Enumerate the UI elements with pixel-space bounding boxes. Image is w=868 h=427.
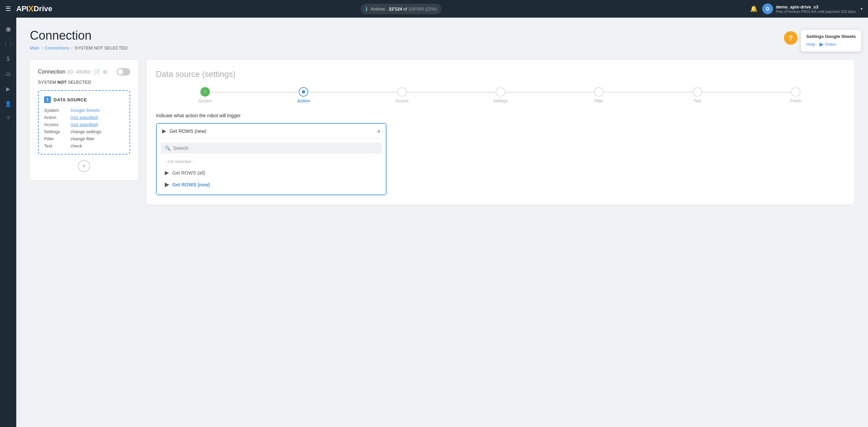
step-circle-access	[397, 87, 407, 97]
breadcrumb-current: SYSTEM NOT SELECTED	[75, 45, 128, 50]
sidebar-item-media[interactable]: ▶	[2, 83, 14, 95]
step-access: Access	[353, 87, 451, 103]
help-link[interactable]: Help	[806, 42, 815, 47]
ds-value-test[interactable]: check	[71, 143, 82, 148]
step-label-finish: Finish	[790, 99, 801, 103]
table-row: Settings change settings	[44, 129, 124, 134]
ds-label-test: Test	[44, 143, 68, 148]
breadcrumb-main-link[interactable]: Main	[30, 45, 39, 50]
logo: API X Drive	[16, 4, 52, 14]
actions-percent: (22%)	[425, 6, 437, 12]
step-label-system: System	[198, 99, 212, 103]
data-source-box: 1 DATA SOURCE System Google Sheets Actio…	[38, 90, 130, 155]
dropdown-selected-row[interactable]: ▶ Get ROWS (new) ∧	[157, 124, 386, 138]
sidebar-item-tasks[interactable]: 🗂	[2, 68, 14, 80]
breadcrumb: Main / Connections / SYSTEM NOT SELECTED	[30, 45, 854, 50]
sidebar-item-billing[interactable]: $	[2, 53, 14, 65]
table-row: Action (not specified)	[44, 115, 124, 120]
action-instruction: Indicate what action the robot will trig…	[156, 113, 845, 118]
video-link[interactable]: ▶ Video	[820, 41, 836, 47]
play-icon-option-2: ▶	[165, 181, 169, 188]
logo-drive-text: Drive	[34, 4, 52, 13]
breadcrumb-connections-link[interactable]: Connections	[45, 45, 69, 50]
step-label-test: Test	[694, 99, 701, 103]
table-row: System Google Sheets	[44, 108, 124, 113]
page-title: Connection	[30, 28, 854, 43]
ds-label-access: Access	[44, 122, 68, 127]
breadcrumb-sep-1: /	[41, 45, 43, 50]
panel-header: Connection (ID: 48080) 📄 ⚙	[38, 68, 130, 76]
table-row: Access (not specified)	[44, 122, 124, 127]
notifications-bell-icon[interactable]: 🔔	[750, 5, 757, 13]
table-row: Filter change filter	[44, 136, 124, 141]
dropdown-body: 🔍 - not selected - ▶ Get ROWS (all) ▶ Ge…	[157, 138, 386, 195]
dropdown-selected-left: ▶ Get ROWS (new)	[162, 128, 206, 134]
help-popup-title: Settings Google Sheets	[806, 34, 856, 39]
actions-used: 22'124	[389, 6, 402, 12]
step-circle-settings	[496, 87, 505, 97]
dropdown-option-get-rows-new[interactable]: ▶ Get ROWS (new)	[161, 179, 382, 190]
ds-label-settings: Settings	[44, 129, 68, 134]
user-info: demo_apix-drive_s3 Plan |Premium PRO| le…	[776, 4, 856, 14]
ds-title: DATA SOURCE	[54, 97, 87, 102]
ds-label-system: System	[44, 108, 68, 113]
step-label-action: Action	[297, 99, 310, 103]
logo-x-text: X	[28, 4, 34, 14]
help-popup-links: Help ▶ Video	[806, 41, 856, 47]
navbar-right: 🔔 D demo_apix-drive_s3 Plan |Premium PRO…	[750, 3, 863, 14]
ds-value-filter[interactable]: change filter	[71, 136, 95, 141]
right-panel: Data source (settings) ✓ System Action A…	[146, 60, 854, 205]
content-row: Connection (ID: 48080) 📄 ⚙ SYSTEM NOT SE…	[30, 60, 854, 205]
step-circle-system: ✓	[200, 87, 210, 97]
help-circle-button[interactable]: ?	[784, 31, 797, 45]
ds-label-filter: Filter	[44, 136, 68, 141]
toggle-switch[interactable]	[117, 68, 130, 76]
avatar: D	[762, 3, 773, 14]
step-test: Test	[648, 87, 746, 103]
add-source-button[interactable]: +	[78, 160, 90, 172]
main-content: Connection Main / Connections / SYSTEM N…	[16, 18, 868, 427]
step-label-filter: Filter	[594, 99, 604, 103]
search-icon: 🔍	[165, 145, 171, 151]
action-dropdown: ▶ Get ROWS (new) ∧ 🔍 - not selected - ▶ …	[156, 123, 387, 195]
sidebar: ⊞ ⋮⋮ $ 🗂 ▶ 👤 ?	[0, 18, 16, 427]
dropdown-chevron-up-icon: ∧	[377, 128, 380, 134]
play-icon: ▶	[162, 128, 166, 134]
left-panel: Connection (ID: 48080) 📄 ⚙ SYSTEM NOT SE…	[30, 60, 138, 180]
panel-title-text: Connection (ID: 48080)	[38, 69, 91, 75]
step-action: Action	[254, 87, 353, 103]
user-name: demo_apix-drive_s3	[776, 4, 856, 9]
search-box: 🔍	[161, 143, 382, 154]
sidebar-item-connections[interactable]: ⋮⋮	[2, 38, 14, 50]
ds-value-access[interactable]: (not specified)	[71, 122, 98, 127]
sidebar-item-dashboard[interactable]: ⊞	[2, 23, 14, 35]
navbar-center: ℹ Actions: 22'124 of 100'000 (22%)	[56, 4, 746, 14]
actions-total: 100'000	[408, 6, 424, 12]
copy-icon[interactable]: 📄	[93, 69, 100, 75]
help-widget: ? Settings Google Sheets Help ▶ Video	[784, 30, 861, 52]
logo-api-text: API	[16, 4, 28, 13]
step-finish: Finish	[747, 87, 845, 103]
dropdown-option-get-rows-all[interactable]: ▶ Get ROWS (all)	[161, 167, 382, 179]
sidebar-item-account[interactable]: 👤	[2, 98, 14, 110]
ds-value-action[interactable]: (not specified)	[71, 115, 98, 120]
step-circle-filter	[594, 87, 604, 97]
user-menu-chevron-icon[interactable]: ▾	[861, 6, 863, 11]
video-play-icon: ▶	[820, 41, 824, 47]
ds-value-settings[interactable]: change settings	[71, 129, 101, 134]
info-icon: ℹ	[366, 6, 368, 12]
video-label: Video	[825, 42, 836, 47]
search-input[interactable]	[173, 145, 378, 151]
ds-value-system[interactable]: Google Sheets	[71, 108, 100, 113]
navbar: ☰ API X Drive ℹ Actions: 22'124 of 100'0…	[0, 0, 868, 18]
settings-icon[interactable]: ⚙	[103, 69, 107, 75]
sidebar-item-help[interactable]: ?	[2, 113, 14, 125]
user-section[interactable]: D demo_apix-drive_s3 Plan |Premium PRO| …	[762, 3, 856, 14]
step-label-settings: Settings	[493, 99, 508, 103]
hamburger-menu-icon[interactable]: ☰	[5, 5, 11, 13]
actions-label: Actions:	[370, 6, 386, 12]
ds-number: 1	[44, 96, 51, 103]
actions-badge: ℹ Actions: 22'124 of 100'000 (22%)	[361, 4, 441, 14]
system-not-selected-label: SYSTEM NOT SELECTED	[38, 80, 130, 85]
dropdown-selected-text: Get ROWS (new)	[170, 128, 206, 134]
